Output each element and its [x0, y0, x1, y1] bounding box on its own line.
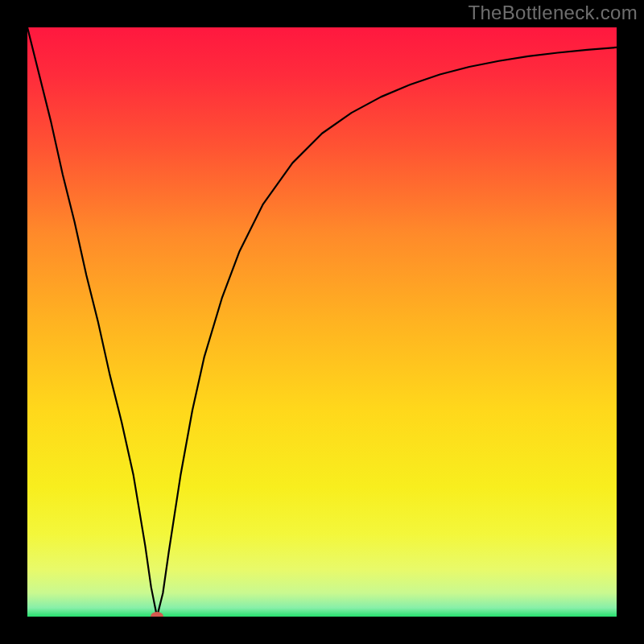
- chart-svg: [27, 27, 617, 617]
- plot-area: [27, 27, 617, 617]
- gradient-rect: [27, 27, 617, 617]
- chart-container: TheBottleneck.com: [0, 0, 644, 644]
- watermark-text: TheBottleneck.com: [468, 2, 638, 24]
